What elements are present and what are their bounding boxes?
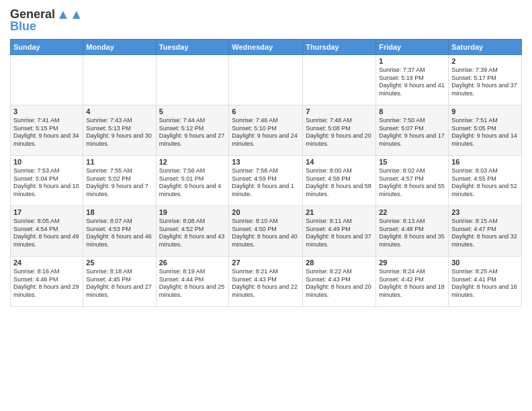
- day-number: 19: [159, 208, 226, 216]
- day-number: 2: [451, 57, 519, 65]
- day-info: Sunrise: 8:11 AM Sunset: 4:49 PM Dayligh…: [306, 218, 373, 249]
- calendar-cell: [156, 55, 229, 105]
- day-number: 16: [451, 158, 519, 166]
- calendar-cell: 29Sunrise: 8:24 AM Sunset: 4:42 PM Dayli…: [376, 257, 449, 307]
- calendar-header-monday: Monday: [83, 40, 156, 55]
- day-info: Sunrise: 8:19 AM Sunset: 4:44 PM Dayligh…: [159, 268, 226, 300]
- day-info: Sunrise: 7:53 AM Sunset: 5:04 PM Dayligh…: [13, 167, 80, 199]
- calendar-header-friday: Friday: [376, 40, 449, 55]
- day-info: Sunrise: 8:02 AM Sunset: 4:57 PM Dayligh…: [379, 167, 445, 199]
- calendar-cell: 15Sunrise: 8:02 AM Sunset: 4:57 PM Dayli…: [376, 156, 449, 206]
- day-info: Sunrise: 7:39 AM Sunset: 5:17 PM Dayligh…: [451, 66, 519, 98]
- calendar-cell: 8Sunrise: 7:50 AM Sunset: 5:07 PM Daylig…: [376, 105, 449, 156]
- day-number: 30: [451, 259, 519, 267]
- calendar-header-tuesday: Tuesday: [156, 40, 229, 55]
- day-info: Sunrise: 8:16 AM Sunset: 4:46 PM Dayligh…: [13, 268, 80, 300]
- day-number: 12: [159, 158, 226, 166]
- day-info: Sunrise: 7:43 AM Sunset: 5:13 PM Dayligh…: [86, 117, 152, 148]
- calendar-cell: 2Sunrise: 7:39 AM Sunset: 5:17 PM Daylig…: [449, 55, 522, 105]
- day-number: 21: [306, 208, 373, 216]
- day-number: 8: [379, 107, 445, 116]
- day-number: 17: [13, 208, 80, 216]
- day-number: 14: [306, 158, 373, 166]
- day-info: Sunrise: 8:10 AM Sunset: 4:50 PM Dayligh…: [232, 218, 300, 249]
- day-number: 18: [86, 208, 152, 216]
- day-number: 15: [379, 158, 445, 166]
- header: General ▲▲ Blue: [10, 7, 522, 34]
- day-info: Sunrise: 8:08 AM Sunset: 4:52 PM Dayligh…: [159, 218, 226, 249]
- day-info: Sunrise: 7:44 AM Sunset: 5:12 PM Dayligh…: [159, 117, 226, 148]
- day-info: Sunrise: 8:00 AM Sunset: 4:58 PM Dayligh…: [306, 167, 373, 199]
- calendar-cell: 12Sunrise: 7:56 AM Sunset: 5:01 PM Dayli…: [156, 156, 229, 206]
- day-info: Sunrise: 7:46 AM Sunset: 5:10 PM Dayligh…: [232, 117, 300, 148]
- day-number: 26: [159, 259, 226, 267]
- calendar-cell: 28Sunrise: 8:22 AM Sunset: 4:43 PM Dayli…: [303, 257, 376, 307]
- day-number: 1: [379, 57, 445, 65]
- main-container: General ▲▲ Blue SundayMondayTuesdayWedne…: [0, 0, 532, 314]
- calendar-cell: [229, 55, 303, 105]
- day-info: Sunrise: 8:25 AM Sunset: 4:41 PM Dayligh…: [451, 268, 519, 300]
- day-info: Sunrise: 8:24 AM Sunset: 4:42 PM Dayligh…: [379, 268, 445, 300]
- day-number: 25: [86, 259, 152, 267]
- day-number: 27: [232, 259, 300, 267]
- day-info: Sunrise: 8:05 AM Sunset: 4:54 PM Dayligh…: [13, 218, 80, 249]
- day-number: 10: [13, 158, 80, 166]
- day-number: 11: [86, 158, 152, 166]
- calendar-header-sunday: Sunday: [11, 40, 83, 55]
- day-number: 9: [451, 107, 519, 116]
- day-number: 3: [13, 107, 80, 116]
- calendar-cell: 11Sunrise: 7:55 AM Sunset: 5:02 PM Dayli…: [83, 156, 156, 206]
- logo-bird-icon: ▲▲: [56, 7, 83, 22]
- calendar-week-3: 10Sunrise: 7:53 AM Sunset: 5:04 PM Dayli…: [11, 156, 522, 206]
- day-number: 22: [379, 208, 445, 216]
- calendar-cell: 6Sunrise: 7:46 AM Sunset: 5:10 PM Daylig…: [229, 105, 303, 156]
- calendar-week-2: 3Sunrise: 7:41 AM Sunset: 5:15 PM Daylig…: [11, 105, 522, 156]
- day-info: Sunrise: 8:07 AM Sunset: 4:53 PM Dayligh…: [86, 218, 152, 249]
- calendar-header-thursday: Thursday: [303, 40, 376, 55]
- day-info: Sunrise: 7:50 AM Sunset: 5:07 PM Dayligh…: [379, 117, 445, 148]
- calendar-header-wednesday: Wednesday: [229, 40, 303, 55]
- day-info: Sunrise: 8:21 AM Sunset: 4:43 PM Dayligh…: [232, 268, 300, 300]
- calendar-week-4: 17Sunrise: 8:05 AM Sunset: 4:54 PM Dayli…: [11, 206, 522, 257]
- calendar-week-5: 24Sunrise: 8:16 AM Sunset: 4:46 PM Dayli…: [11, 257, 522, 307]
- day-number: 6: [232, 107, 300, 116]
- calendar-cell: [11, 55, 83, 105]
- day-info: Sunrise: 7:58 AM Sunset: 4:59 PM Dayligh…: [232, 167, 300, 199]
- calendar-cell: 19Sunrise: 8:08 AM Sunset: 4:52 PM Dayli…: [156, 206, 229, 257]
- calendar-header-saturday: Saturday: [449, 40, 522, 55]
- calendar-cell: 3Sunrise: 7:41 AM Sunset: 5:15 PM Daylig…: [11, 105, 83, 156]
- calendar-cell: 23Sunrise: 8:15 AM Sunset: 4:47 PM Dayli…: [449, 206, 522, 257]
- calendar-cell: 24Sunrise: 8:16 AM Sunset: 4:46 PM Dayli…: [11, 257, 83, 307]
- calendar-cell: [303, 55, 376, 105]
- day-info: Sunrise: 7:48 AM Sunset: 5:08 PM Dayligh…: [306, 117, 373, 148]
- day-info: Sunrise: 7:55 AM Sunset: 5:02 PM Dayligh…: [86, 167, 152, 199]
- day-info: Sunrise: 7:37 AM Sunset: 5:19 PM Dayligh…: [379, 66, 445, 98]
- day-info: Sunrise: 8:22 AM Sunset: 4:43 PM Dayligh…: [306, 268, 373, 300]
- day-number: 24: [13, 259, 80, 267]
- day-number: 29: [379, 259, 445, 267]
- calendar-table: SundayMondayTuesdayWednesdayThursdayFrid…: [10, 39, 522, 307]
- day-number: 28: [306, 259, 373, 267]
- day-info: Sunrise: 8:03 AM Sunset: 4:55 PM Dayligh…: [451, 167, 519, 199]
- day-number: 20: [232, 208, 300, 216]
- calendar-cell: 14Sunrise: 8:00 AM Sunset: 4:58 PM Dayli…: [303, 156, 376, 206]
- calendar-header-row: SundayMondayTuesdayWednesdayThursdayFrid…: [11, 40, 522, 55]
- logo: General ▲▲ Blue: [10, 7, 83, 34]
- calendar-cell: 7Sunrise: 7:48 AM Sunset: 5:08 PM Daylig…: [303, 105, 376, 156]
- calendar-cell: 20Sunrise: 8:10 AM Sunset: 4:50 PM Dayli…: [229, 206, 303, 257]
- calendar-cell: 5Sunrise: 7:44 AM Sunset: 5:12 PM Daylig…: [156, 105, 229, 156]
- calendar-cell: 9Sunrise: 7:51 AM Sunset: 5:05 PM Daylig…: [449, 105, 522, 156]
- calendar-cell: 25Sunrise: 8:18 AM Sunset: 4:45 PM Dayli…: [83, 257, 156, 307]
- day-number: 7: [306, 107, 373, 116]
- calendar-cell: 27Sunrise: 8:21 AM Sunset: 4:43 PM Dayli…: [229, 257, 303, 307]
- day-info: Sunrise: 7:41 AM Sunset: 5:15 PM Dayligh…: [13, 117, 80, 148]
- day-number: 23: [451, 208, 519, 216]
- calendar-cell: 1Sunrise: 7:37 AM Sunset: 5:19 PM Daylig…: [376, 55, 449, 105]
- calendar-cell: 17Sunrise: 8:05 AM Sunset: 4:54 PM Dayli…: [11, 206, 83, 257]
- day-info: Sunrise: 8:15 AM Sunset: 4:47 PM Dayligh…: [451, 218, 519, 249]
- calendar-cell: 16Sunrise: 8:03 AM Sunset: 4:55 PM Dayli…: [449, 156, 522, 206]
- calendar-cell: 30Sunrise: 8:25 AM Sunset: 4:41 PM Dayli…: [449, 257, 522, 307]
- calendar-cell: 13Sunrise: 7:58 AM Sunset: 4:59 PM Dayli…: [229, 156, 303, 206]
- day-number: 4: [86, 107, 152, 116]
- calendar-cell: 18Sunrise: 8:07 AM Sunset: 4:53 PM Dayli…: [83, 206, 156, 257]
